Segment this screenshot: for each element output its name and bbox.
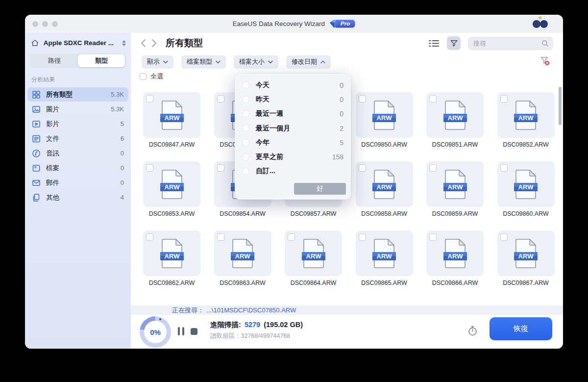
file-card[interactable]: ARW	[143, 92, 200, 138]
date-option-4[interactable]: 今年5	[242, 135, 343, 150]
file-checkbox[interactable]	[429, 233, 437, 241]
back-button[interactable]	[138, 37, 148, 49]
file-item-9[interactable]: ARW DSC09858.ARW	[356, 161, 413, 217]
radio-icon[interactable]	[242, 81, 249, 89]
file-card[interactable]: ARW	[356, 161, 413, 207]
file-checkbox[interactable]	[500, 95, 508, 102]
zoom-window-button[interactable]	[52, 21, 58, 27]
file-item-5[interactable]: ARW DSC09852.ARW	[497, 92, 555, 148]
sidebar-item-label: 郵件	[46, 178, 59, 187]
file-card[interactable]: ARW	[426, 92, 484, 138]
show-filter-chip[interactable]: 顯示	[142, 55, 173, 69]
date-option-0[interactable]: 今天0	[242, 78, 343, 92]
date-option-2[interactable]: 最近一週0	[242, 107, 343, 121]
sidebar-item-7[interactable]: 其他4	[27, 190, 128, 204]
sidebar-item-2[interactable]: 影片5	[27, 117, 128, 131]
file-checkbox[interactable]	[500, 233, 508, 241]
date-option-3[interactable]: 最近一個月2	[242, 121, 343, 135]
file-card[interactable]: ARW	[143, 230, 200, 276]
file-item-14[interactable]: ARW DSC09864.ARW	[285, 230, 342, 286]
date-option-5[interactable]: 更早之前158	[242, 150, 343, 164]
file-size-filter-chip[interactable]: 檔案大小	[234, 55, 278, 69]
select-all-checkbox[interactable]	[140, 73, 147, 80]
device-selector[interactable]: Apple SDXC Reader ...	[31, 39, 126, 47]
clear-filter-button[interactable]	[539, 55, 550, 68]
file-item-15[interactable]: ARW DSC09865.ARW	[356, 230, 413, 286]
sidebar-item-1[interactable]: 圖片5.3K	[27, 102, 128, 116]
file-card[interactable]: ARW	[356, 92, 413, 138]
radio-icon[interactable]	[242, 110, 249, 118]
file-card[interactable]: ARW	[497, 161, 555, 207]
sidebar-item-4[interactable]: 音訊0	[27, 146, 128, 160]
file-checkbox[interactable]	[288, 233, 295, 241]
arw-file-icon: ARW	[300, 238, 327, 269]
date-option-6[interactable]: 自訂...	[242, 164, 343, 178]
tab-type[interactable]: 類型	[78, 54, 125, 67]
date-option-1[interactable]: 昨天0	[242, 92, 343, 106]
file-type-filter-chip[interactable]: 檔案類型	[181, 55, 226, 69]
radio-icon[interactable]	[242, 125, 249, 132]
tab-path[interactable]: 路徑	[31, 54, 78, 67]
minimize-window-button[interactable]	[42, 21, 48, 27]
file-card[interactable]: ARW	[426, 230, 484, 276]
timer-button[interactable]	[467, 325, 478, 338]
file-card[interactable]: ARW	[285, 230, 342, 276]
radio-icon[interactable]	[242, 96, 249, 103]
svg-text:ARW: ARW	[518, 183, 534, 191]
ok-button[interactable]: 好	[294, 183, 346, 195]
file-item-6[interactable]: ARW DSC09853.ARW	[143, 161, 200, 217]
sidebar-item-5[interactable]: 檔案0	[27, 161, 128, 175]
file-checkbox[interactable]	[429, 95, 437, 102]
file-card[interactable]: ARW	[143, 161, 200, 207]
forward-button[interactable]	[148, 37, 159, 49]
stop-button[interactable]	[191, 328, 197, 335]
radio-icon[interactable]	[242, 139, 249, 146]
file-checkbox[interactable]	[217, 233, 224, 241]
file-item-3[interactable]: ARW DSC09850.ARW	[356, 92, 413, 148]
page-title: 所有類型	[166, 37, 203, 50]
file-name: DSC09847.ARW	[143, 141, 200, 148]
file-card[interactable]: ARW	[497, 92, 555, 138]
file-item-4[interactable]: ARW DSC09851.ARW	[426, 92, 484, 148]
file-card[interactable]: ARW	[356, 230, 413, 276]
file-item-10[interactable]: ARW DSC09859.ARW	[426, 161, 484, 217]
file-checkbox[interactable]	[146, 164, 153, 172]
file-name: DSC09853.ARW	[143, 210, 200, 217]
sidebar-item-count: 0	[121, 150, 124, 157]
sidebar-item-0[interactable]: 所有類型5.3K	[27, 87, 128, 102]
file-item-17[interactable]: ARW DSC09867.ARW	[497, 230, 555, 286]
list-view-icon[interactable]	[428, 39, 440, 48]
file-checkbox[interactable]	[217, 164, 224, 172]
close-window-button[interactable]	[32, 21, 38, 27]
arw-file-icon: ARW	[512, 238, 539, 269]
pause-button[interactable]	[178, 327, 184, 335]
file-item-0[interactable]: ARW DSC09847.ARW	[143, 92, 200, 148]
file-card[interactable]: ARW	[214, 230, 271, 276]
file-checkbox[interactable]	[359, 233, 366, 241]
file-checkbox[interactable]	[500, 164, 508, 172]
sidebar-item-3[interactable]: 文件6	[27, 131, 128, 146]
file-item-11[interactable]: ARW DSC09860.ARW	[497, 161, 555, 217]
file-checkbox[interactable]	[146, 95, 153, 102]
date-filter-chip[interactable]: 修改日期	[286, 55, 331, 69]
file-checkbox[interactable]	[146, 233, 153, 241]
radio-icon[interactable]	[242, 168, 249, 175]
filter-button[interactable]	[447, 36, 461, 50]
file-item-12[interactable]: ARW DSC09862.ARW	[143, 230, 200, 286]
file-checkbox[interactable]	[217, 95, 224, 102]
recover-button[interactable]: 恢復	[490, 317, 552, 340]
radio-icon[interactable]	[242, 153, 249, 161]
file-checkbox[interactable]	[359, 164, 366, 172]
svg-text:ARW: ARW	[306, 253, 321, 260]
sidebar-item-6[interactable]: 郵件0	[27, 176, 128, 190]
search-input[interactable]	[472, 39, 541, 48]
sidebar-tabs: 路徑 類型	[30, 53, 126, 68]
vertical-scrollbar[interactable]	[559, 87, 562, 125]
date-option-count: 0	[340, 96, 343, 103]
file-item-16[interactable]: ARW DSC09866.ARW	[426, 230, 484, 286]
file-card[interactable]: ARW	[497, 230, 555, 276]
file-checkbox[interactable]	[429, 164, 437, 172]
file-card[interactable]: ARW	[426, 161, 484, 207]
file-checkbox[interactable]	[359, 95, 366, 102]
file-item-13[interactable]: ARW DSC09863.ARW	[214, 230, 271, 286]
